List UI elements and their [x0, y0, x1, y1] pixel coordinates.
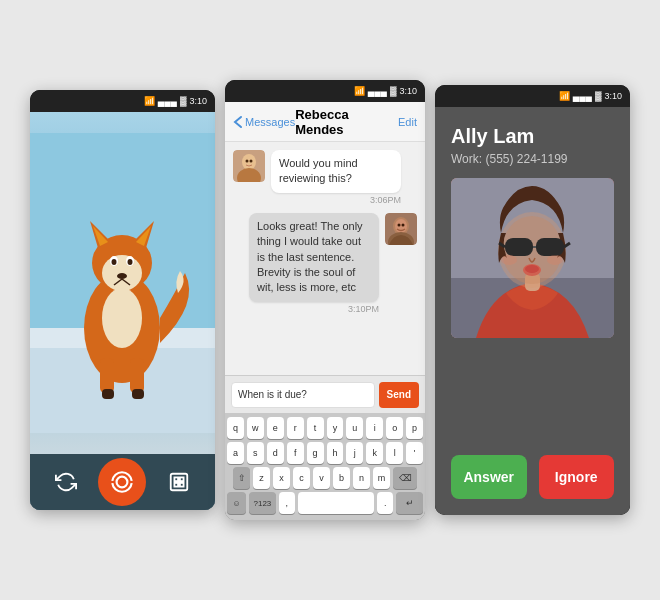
key-i[interactable]: i: [366, 417, 383, 439]
number-key[interactable]: ?123: [249, 492, 276, 514]
avatar-self: [385, 213, 417, 245]
message-bubble-incoming: Would you mind reviewing this? 3:06PM: [271, 150, 401, 205]
key-m[interactable]: m: [373, 467, 390, 489]
caller-info: Work: (555) 224-1199: [451, 152, 614, 166]
battery-icon-3: ▓: [595, 91, 602, 101]
edit-button[interactable]: Edit: [398, 116, 417, 128]
message-outgoing: Looks great! The only thing I would take…: [249, 213, 417, 314]
return-key[interactable]: ↵: [396, 492, 423, 514]
key-n[interactable]: n: [353, 467, 370, 489]
contact-name: Rebecca Mendes: [295, 107, 398, 137]
fox-illustration: [30, 112, 215, 454]
battery-icon: ▓: [180, 96, 187, 106]
svg-rect-25: [180, 477, 184, 481]
time-2: 3:10: [399, 86, 417, 96]
comma-key[interactable]: ,: [279, 492, 295, 514]
svg-point-37: [398, 223, 401, 226]
status-icons-1: 📶 ▄▄▄ ▓ 3:10: [144, 96, 207, 106]
svg-point-12: [112, 259, 117, 265]
keyboard-row-4: ☺ ?123 , . ↵: [227, 492, 423, 514]
emoji-key[interactable]: ☺: [227, 492, 246, 514]
status-bar-1: 📶 ▄▄▄ ▓ 3:10: [30, 90, 215, 112]
call-header: Ally Lam Work: (555) 224-1199: [435, 107, 630, 178]
work-label: Work:: [451, 152, 482, 166]
svg-point-51: [525, 265, 539, 273]
svg-rect-46: [536, 238, 564, 256]
key-o[interactable]: o: [386, 417, 403, 439]
key-l[interactable]: l: [386, 442, 403, 464]
message-input[interactable]: When is it due?: [231, 382, 375, 408]
gallery-button[interactable]: [160, 463, 198, 501]
camera-screen: [30, 112, 215, 510]
svg-point-32: [246, 160, 249, 163]
key-z[interactable]: z: [253, 467, 270, 489]
key-s[interactable]: s: [247, 442, 264, 464]
key-k[interactable]: k: [366, 442, 383, 464]
svg-rect-21: [132, 389, 144, 399]
call-buttons: Answer Ignore: [435, 439, 630, 515]
fox-image: [30, 112, 215, 454]
svg-rect-19: [130, 358, 144, 393]
signal-icon-3: ▄▄▄: [573, 91, 592, 101]
wifi-icon: 📶: [144, 96, 155, 106]
send-button[interactable]: Send: [379, 382, 419, 408]
svg-point-38: [402, 223, 405, 226]
svg-point-53: [547, 255, 563, 265]
caller-photo: [451, 178, 614, 338]
message-time-incoming: 3:06PM: [271, 195, 401, 205]
wifi-icon-2: 📶: [354, 86, 365, 96]
svg-point-22: [117, 477, 128, 488]
shutter-button[interactable]: [98, 458, 146, 506]
ignore-button[interactable]: Ignore: [539, 455, 615, 499]
period-key[interactable]: .: [377, 492, 393, 514]
key-x[interactable]: x: [273, 467, 290, 489]
key-g[interactable]: g: [307, 442, 324, 464]
signal-icon-2: ▄▄▄: [368, 86, 387, 96]
back-button[interactable]: Messages: [233, 115, 295, 129]
time-1: 3:10: [189, 96, 207, 106]
messages-area: Would you mind reviewing this? 3:06PM: [225, 142, 425, 375]
messages-header: Messages Rebecca Mendes Edit: [225, 102, 425, 142]
battery-icon-2: ▓: [390, 86, 397, 96]
key-y[interactable]: y: [327, 417, 344, 439]
svg-rect-27: [180, 483, 184, 487]
shift-key[interactable]: ⇧: [233, 467, 250, 489]
key-apos[interactable]: ': [406, 442, 423, 464]
svg-rect-26: [175, 483, 179, 487]
keyboard-row-1: q w e r t y u i o p: [227, 417, 423, 439]
keyboard-row-3: ⇧ z x c v b n m ⌫: [227, 467, 423, 489]
camera-controls: [30, 454, 215, 510]
phone-messages: 📶 ▄▄▄ ▓ 3:10 Messages Rebecca Mendes Edi…: [225, 80, 425, 520]
messages-screen: Messages Rebecca Mendes Edit: [225, 102, 425, 520]
phones-container: 📶 ▄▄▄ ▓ 3:10: [30, 80, 630, 520]
key-j[interactable]: j: [346, 442, 363, 464]
time-3: 3:10: [604, 91, 622, 101]
svg-point-17: [102, 288, 142, 348]
key-v[interactable]: v: [313, 467, 330, 489]
key-h[interactable]: h: [327, 442, 344, 464]
key-t[interactable]: t: [307, 417, 324, 439]
signal-icon: ▄▄▄: [158, 96, 177, 106]
space-key[interactable]: [298, 492, 374, 514]
caller-portrait: [451, 178, 614, 338]
avatar-rebecca: [233, 150, 265, 182]
flip-camera-button[interactable]: [47, 463, 85, 501]
key-b[interactable]: b: [333, 467, 350, 489]
answer-button[interactable]: Answer: [451, 455, 527, 499]
wifi-icon-3: 📶: [559, 91, 570, 101]
svg-rect-20: [102, 389, 114, 399]
key-d[interactable]: d: [267, 442, 284, 464]
key-u[interactable]: u: [346, 417, 363, 439]
caller-photo-inner: [451, 178, 614, 338]
key-e[interactable]: e: [267, 417, 284, 439]
key-f[interactable]: f: [287, 442, 304, 464]
key-q[interactable]: q: [227, 417, 244, 439]
key-c[interactable]: c: [293, 467, 310, 489]
call-screen: Ally Lam Work: (555) 224-1199: [435, 107, 630, 515]
key-a[interactable]: a: [227, 442, 244, 464]
delete-key[interactable]: ⌫: [393, 467, 417, 489]
key-r[interactable]: r: [287, 417, 304, 439]
key-p[interactable]: p: [406, 417, 423, 439]
key-w[interactable]: w: [247, 417, 264, 439]
input-text: When is it due?: [238, 389, 307, 400]
